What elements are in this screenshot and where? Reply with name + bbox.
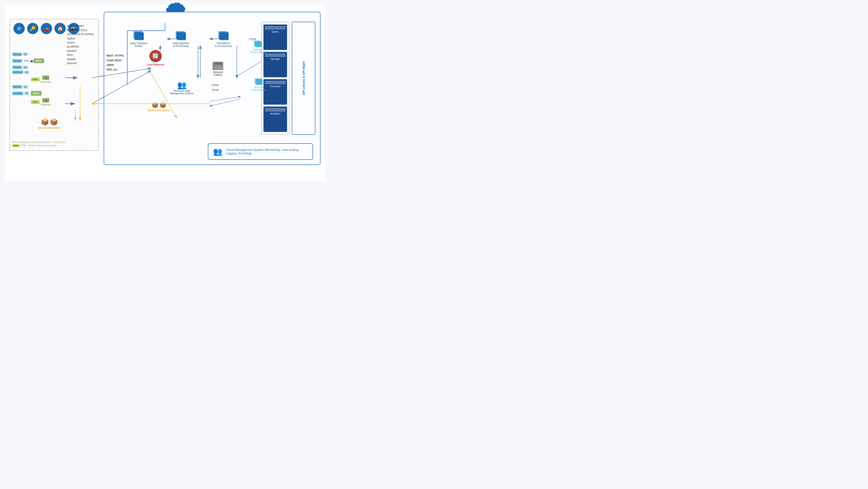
daas-label: Data as aService (DaaS): [250, 48, 266, 54]
service-analytics: Analytics: [264, 106, 287, 132]
protocol-zigbee: ZigBee: [67, 36, 94, 41]
actuator-row-2: Actuator I/O MCU: [12, 90, 78, 97]
service-query: Query: [264, 25, 287, 50]
service-query-label: Query: [265, 30, 286, 33]
gateway-group-1: UPAL 🔌 Gateway: [31, 75, 78, 83]
sensor-row-2: Sensor ◀ MCU: [12, 58, 78, 64]
cloud-panel: Data Transport Broker Data Ingestion & P…: [104, 12, 320, 165]
svg-point-27: [214, 66, 222, 69]
sensor-row-4: Sensor I/O: [12, 85, 78, 89]
cloud-mgmt-icon: 👥: [213, 147, 222, 156]
load-balancer-label: Load Balancer: [147, 63, 164, 66]
sensor-row-1: Sensor I/O →: [12, 52, 78, 56]
gateway-label-2: Gateway: [40, 103, 51, 106]
upal-box-2: UPAL: [31, 100, 40, 104]
cloud-icon: [165, 2, 186, 16]
person-key-icon: 🔑: [27, 23, 38, 34]
data-transport-label: Data Transport Broker: [130, 42, 147, 48]
data-ingestion: Data Ingestion & Processing: [173, 31, 189, 48]
device-att-left-label: Device Attestation: [38, 126, 61, 129]
tcpip-3: TCP/IP: [211, 89, 219, 91]
mcu-box-1: MCU: [33, 58, 44, 63]
actuator-row-1: Actuator I/O: [12, 70, 78, 74]
device-attestation-mid: 📦 📦 Device Attestation: [148, 102, 170, 112]
load-balancer: 🔄 Load Balancer: [147, 50, 164, 66]
diagram-container: ⚙ 🔑 🚗 🏠 📷 WiFi + LP WiFi Bluetooth + BTL…: [5, 5, 325, 181]
upal-box-1: UPAL: [31, 78, 40, 81]
protocol-bt: Bluetooth + BTLE: [67, 28, 94, 33]
gateway-box-2: 🔌: [42, 98, 49, 102]
services-orchestration: ServicesOrchestration: [252, 78, 266, 91]
security-icon: 👥: [170, 81, 194, 90]
metadata-catalog: MetadataCatalog: [213, 62, 223, 76]
gateway-label-1: Gateway: [40, 80, 51, 83]
protocol-wifi: WiFi + LP WiFi: [67, 24, 94, 28]
security-edge: 👥 Security & Edge Management Systems: [170, 81, 194, 95]
services-orch-label: ServicesOrchestration: [252, 86, 266, 91]
devices-section: Sensor I/O → Sensor ◀ MCU Sensor I/O Act…: [12, 52, 78, 106]
protocol-6lowpan: 6LoWPAN: [67, 45, 94, 49]
gateway-box-1: 🔌: [42, 75, 49, 80]
security-label: Security & Edge Management Systems: [170, 90, 194, 95]
legend: MCU & Gateway: Identity Protection + Sec…: [12, 141, 66, 147]
legend-line-1: MCU & Gateway: Identity Protection + Sec…: [12, 141, 66, 144]
left-panel: ⚙ 🔑 🚗 🏠 📷 WiFi + LP WiFi Bluetooth + BTL…: [9, 19, 99, 151]
persistence-label: Persistence & Concurrency: [215, 42, 232, 48]
service-compute-label: Compute: [265, 85, 286, 88]
gateway-group-2: UPAL 🔌 Gateway: [31, 98, 78, 106]
api-library-panel: API Library & API Mgmt: [292, 22, 315, 135]
house-icon: 🏠: [55, 23, 66, 34]
protocol-zwave: Zwave: [67, 40, 94, 45]
device-attestation-left: 📦 📦 Device Attestation: [38, 118, 61, 129]
service-compute: Compute: [264, 79, 287, 104]
mcu-box-2: MCU: [31, 91, 41, 96]
car-icon: 🚗: [41, 23, 52, 34]
data-transport-broker: Data Transport Broker: [130, 31, 147, 48]
sensor-row-3: Sensor I/O: [12, 65, 78, 69]
legend-line-2: UPAL UPAL = Protocol Abstraction Layer: [12, 144, 66, 147]
cloud-management: 👥 Cloud Management System (Monitoring, A…: [208, 143, 313, 160]
protocol-text-area: MQTT, HTTPS,CoAP, REST,XMPP,DDS, etc.: [106, 54, 124, 72]
data-ingestion-label: Data Ingestion & Processing: [173, 42, 189, 48]
protocol-4g: 2G/3G/4G/LTE (GPRS): [67, 32, 94, 36]
wind-turbine-icon: ⚙: [13, 23, 25, 34]
service-analytics-label: Analytics: [265, 112, 286, 115]
service-storage-label: Storage: [265, 58, 286, 60]
tcpip-2: TCP/IP: [211, 84, 219, 87]
device-att-mid-label: Device Attestation: [148, 109, 170, 112]
persistence-box: Persistence & Concurrency: [215, 31, 232, 48]
api-library-label: API Library & API Mgmt: [302, 61, 305, 95]
cloud-mgmt-label: Cloud Management System (Monitoring, Aut…: [226, 148, 308, 155]
daas-box: Data as aService (DaaS): [250, 40, 266, 54]
metadata-label: MetadataCatalog: [213, 71, 223, 76]
service-storage: Storage: [264, 52, 287, 77]
